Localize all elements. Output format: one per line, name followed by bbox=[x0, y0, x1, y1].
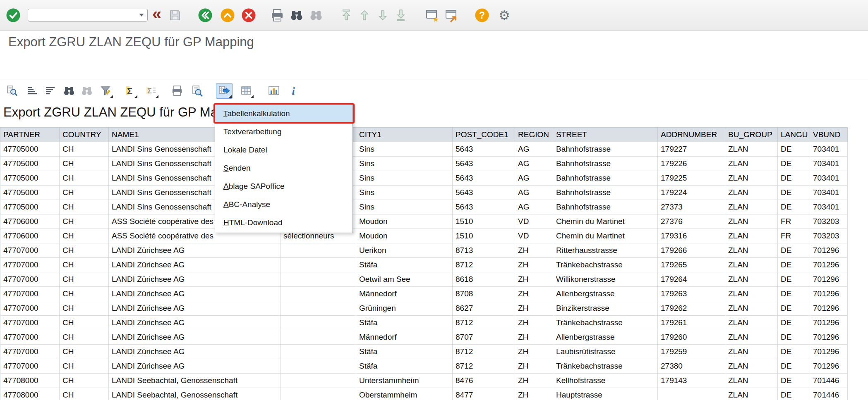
cell-vbund[interactable]: 703203 bbox=[810, 214, 848, 229]
cell-street[interactable]: Bahnhofstrasse bbox=[553, 157, 658, 171]
find-button-alv[interactable] bbox=[61, 83, 77, 99]
new-session-button[interactable]: ★ bbox=[424, 7, 441, 24]
cell-post-code1[interactable]: 8712 bbox=[453, 258, 515, 272]
cell-street[interactable]: Bahnhofstrasse bbox=[553, 200, 658, 214]
cell-name1[interactable]: LANDI Zürichsee AG bbox=[109, 345, 281, 359]
cell-country[interactable]: CH bbox=[60, 301, 109, 316]
cell-bu-group[interactable]: ZLAN bbox=[725, 345, 778, 359]
cell-partner[interactable]: 47707000 bbox=[0, 243, 60, 258]
cell-post-code1[interactable]: 1510 bbox=[453, 214, 515, 229]
cell-bu-group[interactable]: ZLAN bbox=[725, 186, 778, 200]
cell-country[interactable]: CH bbox=[60, 229, 109, 243]
cell-street[interactable]: Hauptstrasse bbox=[553, 388, 658, 400]
graphic-button[interactable] bbox=[266, 83, 282, 99]
cell-post-code1[interactable]: 8708 bbox=[453, 287, 515, 301]
cell-post-code1[interactable]: 8476 bbox=[453, 374, 515, 388]
cell-vbund[interactable]: 701446 bbox=[810, 374, 848, 388]
cell-region[interactable]: AG bbox=[515, 200, 553, 214]
cell-bu-group[interactable]: ZLAN bbox=[725, 200, 778, 214]
cell-post-code1[interactable]: 5643 bbox=[453, 186, 515, 200]
cell-name1[interactable]: LANDI Seebachtal, Genossenschaft bbox=[109, 388, 281, 400]
cell-region[interactable]: AG bbox=[515, 186, 553, 200]
cell-langu[interactable]: DE bbox=[778, 330, 810, 345]
cell-name1[interactable]: LANDI Zürichsee AG bbox=[109, 243, 281, 258]
cell-name2[interactable] bbox=[281, 345, 356, 359]
cell-city1[interactable]: Sins bbox=[356, 171, 453, 186]
cell-region[interactable]: AG bbox=[515, 142, 553, 157]
cell-street[interactable]: Laubisrütistrasse bbox=[553, 345, 658, 359]
cell-langu[interactable]: DE bbox=[778, 186, 810, 200]
cell-langu[interactable]: DE bbox=[778, 388, 810, 400]
cell-post-code1[interactable]: 8713 bbox=[453, 243, 515, 258]
cell-partner[interactable]: 47706000 bbox=[0, 229, 60, 243]
cell-region[interactable]: VD bbox=[515, 214, 553, 229]
cell-langu[interactable]: DE bbox=[778, 287, 810, 301]
cell-country[interactable]: CH bbox=[60, 374, 109, 388]
cell-langu[interactable]: DE bbox=[778, 359, 810, 374]
cell-addrnumber[interactable]: 179226 bbox=[658, 157, 725, 171]
cell-addrnumber[interactable]: 179262 bbox=[658, 301, 725, 316]
cell-post-code1[interactable]: 5643 bbox=[453, 200, 515, 214]
command-field[interactable] bbox=[28, 9, 148, 21]
help-button[interactable]: ? bbox=[474, 7, 490, 24]
cell-bu-group[interactable]: ZLAN bbox=[725, 388, 778, 400]
cell-post-code1[interactable]: 8627 bbox=[453, 301, 515, 316]
cell-region[interactable]: AG bbox=[515, 171, 553, 186]
cell-city1[interactable]: Stäfa bbox=[356, 345, 453, 359]
cell-name1[interactable]: LANDI Zürichsee AG bbox=[109, 330, 281, 345]
sort-descending-button[interactable] bbox=[42, 83, 59, 99]
subtotal-button[interactable]: Σ bbox=[143, 83, 159, 99]
create-shortcut-button[interactable] bbox=[444, 7, 460, 24]
cell-street[interactable]: Binzikerstrasse bbox=[553, 301, 658, 316]
column-header-addrnumber[interactable]: ADDRNUMBER bbox=[658, 128, 725, 142]
cell-langu[interactable]: DE bbox=[778, 200, 810, 214]
cell-langu[interactable]: DE bbox=[778, 258, 810, 272]
cell-country[interactable]: CH bbox=[60, 258, 109, 272]
cell-post-code1[interactable]: 5643 bbox=[453, 171, 515, 186]
cell-city1[interactable]: Stäfa bbox=[356, 258, 453, 272]
cell-region[interactable]: VD bbox=[515, 229, 553, 243]
find-button[interactable] bbox=[288, 7, 305, 24]
cell-region[interactable]: ZH bbox=[515, 359, 553, 374]
cell-post-code1[interactable]: 5643 bbox=[453, 142, 515, 157]
cell-post-code1[interactable]: 8712 bbox=[453, 359, 515, 374]
cell-addrnumber[interactable]: 27376 bbox=[658, 214, 725, 229]
cell-partner[interactable]: 47705000 bbox=[0, 157, 60, 171]
cell-bu-group[interactable]: ZLAN bbox=[725, 171, 778, 186]
first-page-button[interactable] bbox=[338, 7, 355, 24]
cell-langu[interactable]: DE bbox=[778, 316, 810, 330]
cell-vbund[interactable]: 701296 bbox=[810, 243, 848, 258]
column-header-street[interactable]: STREET bbox=[553, 128, 658, 142]
cell-country[interactable]: CH bbox=[60, 171, 109, 186]
cell-city1[interactable]: Unterstammheim bbox=[356, 374, 453, 388]
cell-city1[interactable]: Grüningen bbox=[356, 301, 453, 316]
cell-region[interactable]: ZH bbox=[515, 345, 553, 359]
menu-item-html-download[interactable]: HTML-Download bbox=[215, 214, 352, 232]
details-button[interactable] bbox=[3, 83, 20, 99]
cell-name1[interactable]: LANDI Zürichsee AG bbox=[109, 301, 281, 316]
cell-langu[interactable]: FR bbox=[778, 229, 810, 243]
settings-button[interactable]: ⚙ bbox=[496, 7, 513, 24]
find-next-button[interactable] bbox=[308, 7, 324, 24]
cell-partner[interactable]: 47705000 bbox=[0, 186, 60, 200]
cell-addrnumber[interactable]: 179266 bbox=[658, 243, 725, 258]
cell-langu[interactable]: DE bbox=[778, 142, 810, 157]
cell-bu-group[interactable]: ZLAN bbox=[725, 272, 778, 287]
save-button[interactable] bbox=[167, 7, 183, 24]
cell-name2[interactable] bbox=[281, 330, 356, 345]
cell-vbund[interactable]: 703401 bbox=[810, 157, 848, 171]
menu-item-textverarbeitung[interactable]: Textverarbeitung bbox=[215, 123, 352, 141]
cell-region[interactable]: ZH bbox=[515, 301, 553, 316]
cell-city1[interactable]: Sins bbox=[356, 142, 453, 157]
cell-vbund[interactable]: 701296 bbox=[810, 330, 848, 345]
cell-country[interactable]: CH bbox=[60, 157, 109, 171]
cell-city1[interactable]: Moudon bbox=[356, 229, 453, 243]
cell-vbund[interactable]: 701296 bbox=[810, 345, 848, 359]
chevron-down-icon[interactable] bbox=[139, 14, 144, 17]
page-down-button[interactable] bbox=[374, 7, 391, 24]
cell-addrnumber[interactable]: 179259 bbox=[658, 345, 725, 359]
cell-addrnumber[interactable]: 27373 bbox=[658, 200, 725, 214]
cell-city1[interactable]: Männedorf bbox=[356, 287, 453, 301]
cell-langu[interactable]: DE bbox=[778, 345, 810, 359]
command-input[interactable] bbox=[28, 9, 139, 21]
